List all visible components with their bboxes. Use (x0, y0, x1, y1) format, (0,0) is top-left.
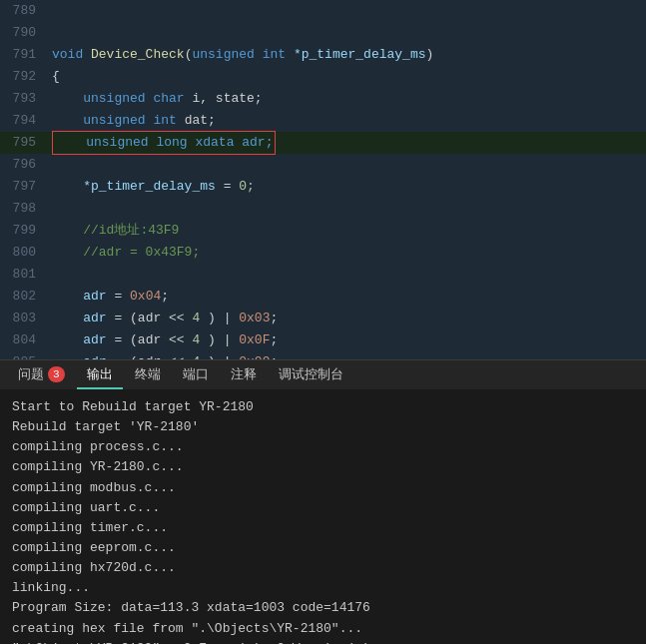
code-token: adr (52, 289, 114, 304)
tab-终端[interactable]: 终端 (125, 361, 171, 389)
code-token: ; (270, 332, 278, 347)
output-line: compiling modbus.c... (12, 478, 634, 498)
output-line: ".\Objects\YR-2180" - 0 Error(s), 0 Warn… (12, 639, 634, 644)
code-line-801: 801 (0, 264, 646, 286)
line-number: 790 (0, 22, 48, 44)
code-token: i, state; (192, 91, 262, 106)
code-token: *p_timer_delay_ms (52, 179, 224, 194)
code-token: = (114, 289, 130, 304)
line-number: 797 (0, 176, 48, 198)
tab-问题[interactable]: 问题3 (8, 361, 75, 389)
line-content: //adr = 0x43F9; (48, 242, 646, 264)
output-line: Start to Rebuild target YR-2180 (12, 397, 634, 417)
code-token: = (adr << (114, 332, 192, 347)
code-line-798: 798 (0, 198, 646, 220)
tab-label: 终端 (135, 365, 161, 383)
tab-bar: 问题3输出终端端口注释调试控制台 (0, 359, 646, 389)
output-line: compiling process.c... (12, 437, 634, 457)
line-number: 794 (0, 110, 48, 132)
line-content: unsigned long xdata adr; (48, 131, 646, 155)
tab-label: 调试控制台 (279, 365, 343, 383)
code-token: *p_timer_delay_ms (294, 47, 426, 62)
code-token: = (adr << (114, 311, 192, 325)
output-line: compiling uart.c... (12, 498, 634, 518)
code-token: unsigned (52, 91, 153, 106)
code-editor: 789 790 791void Device_Check(unsigned in… (0, 0, 646, 359)
code-token: 4 (192, 354, 208, 359)
line-number: 793 (0, 88, 48, 110)
output-line: compiling hx720d.c... (12, 558, 634, 578)
code-token: void (52, 47, 91, 62)
code-line-791: 791void Device_Check(unsigned int *p_tim… (0, 44, 646, 66)
code-token: unsigned (192, 47, 262, 62)
line-content (48, 198, 646, 220)
line-content: unsigned int dat; (48, 110, 646, 132)
code-token: = (adr << (114, 354, 192, 359)
line-content: *p_timer_delay_ms = 0; (48, 176, 646, 198)
line-content (48, 264, 646, 286)
code-token: ; (270, 354, 278, 359)
code-token: 0x03 (239, 311, 270, 325)
tab-注释[interactable]: 注释 (221, 361, 267, 389)
output-line: creating hex file from ".\Objects\YR-218… (12, 619, 634, 639)
code-token: dat; (185, 113, 216, 128)
code-token: 0x09 (239, 354, 270, 359)
code-token: adr (52, 311, 114, 325)
code-line-796: 796 (0, 154, 646, 176)
code-line-803: 803 adr = (adr << 4 ) | 0x03; (0, 308, 646, 329)
tab-label: 注释 (231, 365, 257, 383)
line-number: 789 (0, 0, 48, 22)
output-line: compiling timer.c... (12, 518, 634, 538)
boxed-code: unsigned long xdata adr; (52, 135, 276, 150)
code-line-797: 797 *p_timer_delay_ms = 0; (0, 176, 646, 198)
code-token: ; (270, 311, 278, 325)
code-token: 0x04 (130, 289, 161, 304)
code-line-792: 792{ (0, 66, 646, 88)
code-token: ) | (208, 332, 239, 347)
code-token: adr (52, 332, 114, 347)
line-number: 802 (0, 286, 48, 308)
tab-label: 输出 (87, 365, 113, 383)
code-token: 4 (192, 311, 208, 325)
code-token: char (153, 91, 192, 106)
line-number: 792 (0, 66, 48, 88)
code-line-793: 793 unsigned char i, state; (0, 88, 646, 110)
line-number: 796 (0, 154, 48, 176)
tab-label: 问题 (18, 365, 44, 383)
code-token: { (52, 69, 60, 84)
line-number: 805 (0, 351, 48, 359)
line-content (48, 0, 646, 22)
line-content: adr = (adr << 4 ) | 0x0F; (48, 329, 646, 351)
line-content (48, 22, 646, 44)
line-content: adr = (adr << 4 ) | 0x03; (48, 308, 646, 329)
code-token: ) (426, 47, 434, 62)
tab-端口[interactable]: 端口 (173, 361, 219, 389)
code-line-805: 805 adr = (adr << 4 ) | 0x09; (0, 351, 646, 359)
code-token: int (263, 47, 294, 62)
code-line-802: 802 adr = 0x04; (0, 286, 646, 308)
output-line: compiling YR-2180.c... (12, 457, 634, 477)
code-token: 0x0F (239, 332, 270, 347)
tab-调试控制台[interactable]: 调试控制台 (269, 361, 353, 389)
code-line-794: 794 unsigned int dat; (0, 110, 646, 132)
line-content: void Device_Check(unsigned int *p_timer_… (48, 44, 646, 66)
code-token: //adr = 0x43F9; (52, 245, 200, 260)
line-number: 791 (0, 44, 48, 66)
code-token: //id地址:43F9 (52, 223, 179, 238)
line-number: 801 (0, 264, 48, 286)
code-token: ) | (208, 354, 239, 359)
code-line-790: 790 (0, 22, 646, 44)
output-line: linking... (12, 578, 634, 598)
line-number: 795 (0, 132, 48, 154)
line-content: unsigned char i, state; (48, 88, 646, 110)
tab-输出[interactable]: 输出 (77, 361, 123, 389)
code-line-800: 800 //adr = 0x43F9; (0, 242, 646, 264)
output-content: Start to Rebuild target YR-2180Rebuild t… (0, 389, 646, 644)
code-token: adr (52, 354, 114, 359)
code-token: ; (161, 289, 169, 304)
code-token: Device_Check (91, 47, 185, 62)
line-content: //id地址:43F9 (48, 220, 646, 242)
line-number: 804 (0, 329, 48, 351)
code-line-804: 804 adr = (adr << 4 ) | 0x0F; (0, 329, 646, 351)
code-token: ) | (208, 311, 239, 325)
